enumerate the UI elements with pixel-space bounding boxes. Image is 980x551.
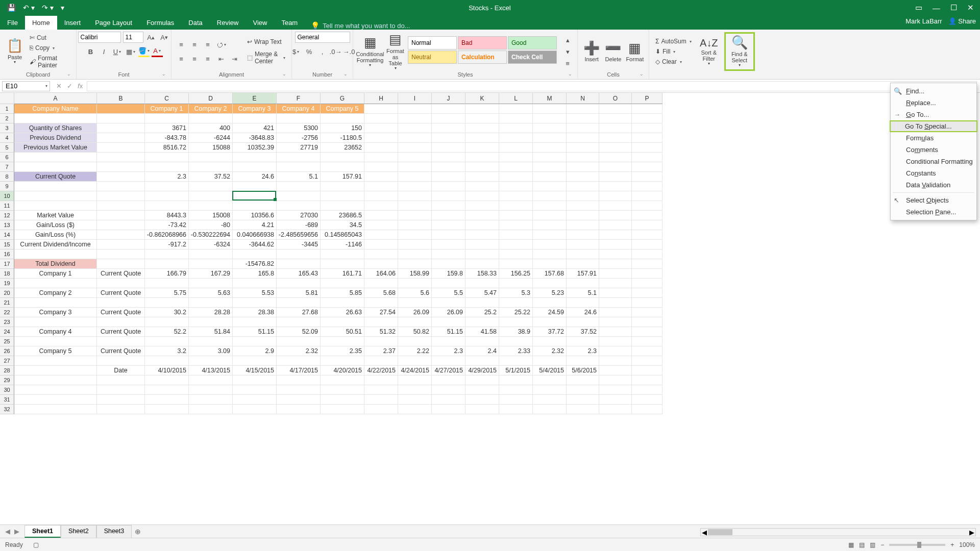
cell-F11[interactable]	[277, 201, 321, 211]
cell-B1[interactable]	[97, 104, 145, 114]
cell-E15[interactable]: -3644.62	[233, 240, 277, 249]
cell-L12[interactable]	[499, 211, 533, 220]
cell-K26[interactable]: 2.4	[465, 346, 499, 356]
col-header-L[interactable]: L	[499, 93, 533, 104]
save-icon[interactable]: 💾	[7, 4, 16, 12]
cell-L20[interactable]: 5.3	[499, 288, 533, 298]
macro-record-icon[interactable]: ▢	[33, 541, 39, 548]
cell-L2[interactable]	[499, 114, 533, 123]
cell-N30[interactable]	[567, 385, 599, 395]
cell-F32[interactable]	[277, 405, 321, 414]
row-header-23[interactable]: 23	[0, 317, 14, 327]
cell-I30[interactable]	[398, 385, 432, 395]
tab-page-layout[interactable]: Page Layout	[88, 16, 139, 30]
cell-G31[interactable]	[321, 395, 364, 405]
cell-M8[interactable]	[533, 172, 567, 182]
cell-F28[interactable]: 4/17/2015	[277, 366, 321, 375]
cell-K24[interactable]: 41.58	[465, 327, 499, 337]
cell-O29[interactable]	[599, 375, 632, 385]
styles-scroll-down-icon[interactable]: ▾	[562, 46, 573, 57]
cell-J14[interactable]	[432, 230, 465, 240]
fill-button[interactable]: ⬇ Fill	[653, 47, 694, 56]
cell-I15[interactable]	[398, 240, 432, 249]
cell-C26[interactable]: 3.2	[145, 346, 189, 356]
cell-G20[interactable]: 5.85	[321, 288, 364, 298]
cell-C11[interactable]	[145, 201, 189, 211]
cell-N3[interactable]	[567, 123, 599, 133]
col-header-A[interactable]: A	[14, 93, 97, 104]
cell-B29[interactable]	[97, 375, 145, 385]
cell-E1[interactable]: Company 3	[233, 104, 277, 114]
cell-F8[interactable]: 5.1	[277, 172, 321, 182]
cell-K13[interactable]	[465, 220, 499, 230]
cell-C24[interactable]: 52.2	[145, 327, 189, 337]
cell-I24[interactable]: 50.82	[398, 327, 432, 337]
cell-H8[interactable]	[364, 172, 398, 182]
cell-H16[interactable]	[364, 249, 398, 259]
cell-G22[interactable]: 26.63	[321, 308, 364, 317]
cell-D16[interactable]	[189, 249, 233, 259]
menu-item-go-to[interactable]: →Go To...	[891, 109, 976, 120]
cell-N16[interactable]	[567, 249, 599, 259]
cell-G19[interactable]	[321, 279, 364, 288]
cell-L3[interactable]	[499, 123, 533, 133]
cell-J23[interactable]	[432, 317, 465, 327]
sheet-tab-sheet1[interactable]: Sheet1	[24, 525, 61, 538]
cell-O9[interactable]	[599, 182, 632, 191]
cell-E3[interactable]: 421	[233, 123, 277, 133]
style-neutral[interactable]: Neutral	[408, 51, 457, 64]
cell-N10[interactable]	[567, 191, 599, 201]
wrap-text-button[interactable]: ↩ Wrap Text	[245, 37, 287, 46]
insert-cells-button[interactable]: ➕Insert	[582, 34, 601, 69]
cell-styles-gallery[interactable]: Normal Bad Good Neutral Calculation Chec…	[408, 36, 557, 67]
cell-L5[interactable]	[499, 143, 533, 153]
cell-C8[interactable]: 2.3	[145, 172, 189, 182]
cell-E25[interactable]	[233, 337, 277, 346]
col-header-B[interactable]: B	[97, 93, 145, 104]
cell-L31[interactable]	[499, 395, 533, 405]
cell-M31[interactable]	[533, 395, 567, 405]
cell-D8[interactable]: 37.52	[189, 172, 233, 182]
cell-G29[interactable]	[321, 375, 364, 385]
cell-C23[interactable]	[145, 317, 189, 327]
cell-M14[interactable]	[533, 230, 567, 240]
menu-item-replace[interactable]: Replace...	[891, 97, 976, 109]
cell-B18[interactable]: Current Quote	[97, 269, 145, 279]
cell-C30[interactable]	[145, 385, 189, 395]
cell-H18[interactable]: 164.06	[364, 269, 398, 279]
cell-F31[interactable]	[277, 395, 321, 405]
cell-C16[interactable]	[145, 249, 189, 259]
cell-F23[interactable]	[277, 317, 321, 327]
cell-J22[interactable]: 26.09	[432, 308, 465, 317]
cell-M27[interactable]	[533, 356, 567, 366]
spreadsheet-grid[interactable]: ABCDEFGHIJKLMNOP 12345678910111213141516…	[0, 93, 980, 524]
cell-O11[interactable]	[599, 201, 632, 211]
cell-H2[interactable]	[364, 114, 398, 123]
cell-P7[interactable]	[632, 162, 663, 172]
style-check-cell[interactable]: Check Cell	[508, 51, 557, 64]
cell-C15[interactable]: -917.2	[145, 240, 189, 249]
cell-O13[interactable]	[599, 220, 632, 230]
cell-F3[interactable]: 5300	[277, 123, 321, 133]
cell-I14[interactable]	[398, 230, 432, 240]
cell-M7[interactable]	[533, 162, 567, 172]
cell-E6[interactable]	[233, 153, 277, 162]
cell-A6[interactable]	[14, 153, 97, 162]
cell-M3[interactable]	[533, 123, 567, 133]
cell-P30[interactable]	[632, 385, 663, 395]
cell-H15[interactable]	[364, 240, 398, 249]
cell-A7[interactable]	[14, 162, 97, 172]
cell-M13[interactable]	[533, 220, 567, 230]
enter-formula-icon[interactable]: ✓	[67, 82, 72, 90]
cell-P12[interactable]	[632, 211, 663, 220]
cell-C21[interactable]	[145, 298, 189, 308]
cell-C7[interactable]	[145, 162, 189, 172]
cell-E32[interactable]	[233, 405, 277, 414]
cell-K28[interactable]: 4/29/2015	[465, 366, 499, 375]
row-header-19[interactable]: 19	[0, 279, 14, 288]
cell-H20[interactable]: 5.68	[364, 288, 398, 298]
cell-C32[interactable]	[145, 405, 189, 414]
cell-P28[interactable]	[632, 366, 663, 375]
cell-E29[interactable]	[233, 375, 277, 385]
tab-home[interactable]: Home	[25, 16, 57, 30]
